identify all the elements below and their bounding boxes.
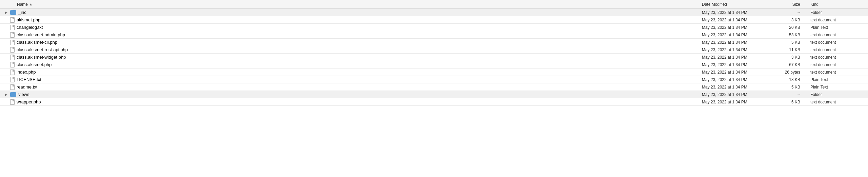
file-name-cell: ▶ views [0,92,702,97]
file-date-cell: May 23, 2022 at 1:34 PM [702,55,776,60]
document-icon [10,84,15,90]
file-date-cell: May 23, 2022 at 1:34 PM [702,40,776,45]
file-name-cell: ▶ akismet.php [0,17,702,23]
list-item[interactable]: ▶ _inc May 23, 2022 at 1:34 PM -- Folder [0,9,868,16]
file-name-label: class.akismet-admin.php [17,32,65,37]
file-date-cell: May 23, 2022 at 1:34 PM [702,100,776,104]
name-header-label: Name [17,2,28,7]
file-name-label: class.akismet-widget.php [17,55,66,60]
document-icon [10,25,15,30]
file-name-cell: ▶ index.php [0,70,702,75]
file-size-cell: 26 bytes [776,70,807,75]
file-name-label: class.akismet-rest-api.php [17,47,68,52]
file-name-cell: ▶ LICENSE.txt [0,77,702,82]
file-kind-cell: Plain Text [807,85,868,90]
file-size-cell: 18 KB [776,77,807,82]
expand-chevron[interactable]: ▶ [4,11,8,15]
file-name-label: changelog.txt [17,25,43,30]
list-item[interactable]: ▶ index.php May 23, 2022 at 1:34 PM 26 b… [0,68,868,76]
list-item[interactable]: ▶ LICENSE.txt May 23, 2022 at 1:34 PM 18… [0,76,868,83]
file-name-cell: ▶ class.akismet-rest-api.php [0,47,702,53]
file-date-cell: May 23, 2022 at 1:34 PM [702,25,776,30]
file-name-cell: ▶ class.akismet.php [0,62,702,67]
expand-chevron[interactable]: ▶ [4,93,8,97]
file-date-cell: May 23, 2022 at 1:34 PM [702,92,776,97]
file-name-label: readme.txt [17,84,37,90]
file-kind-cell: Folder [807,10,868,15]
kind-column-header[interactable]: Kind [807,2,868,7]
file-name-label: akismet.php [17,17,40,22]
document-icon [10,99,15,105]
file-date-cell: May 23, 2022 at 1:34 PM [702,18,776,22]
file-kind-cell: Plain Text [807,25,868,30]
list-item[interactable]: ▶ akismet.php May 23, 2022 at 1:34 PM 3 … [0,16,868,24]
list-item[interactable]: ▶ views May 23, 2022 at 1:34 PM -- Folde… [0,91,868,98]
file-kind-cell: text document [807,70,868,75]
list-item[interactable]: ▶ class.akismet-widget.php May 23, 2022 … [0,54,868,61]
file-name-cell: ▶ class.akismet-admin.php [0,32,702,38]
document-icon [10,70,15,75]
file-name-label: _inc [18,10,26,15]
list-item[interactable]: ▶ class.akismet.php May 23, 2022 at 1:34… [0,61,868,68]
file-size-cell: -- [776,92,807,97]
file-rows-container: ▶ _inc May 23, 2022 at 1:34 PM -- Folder… [0,9,868,106]
file-browser: Name ▲ Date Modified Size Kind ▶ _inc Ma… [0,0,868,106]
file-date-cell: May 23, 2022 at 1:34 PM [702,85,776,90]
file-kind-cell: text document [807,33,868,37]
file-kind-cell: text document [807,100,868,104]
file-name-label: LICENSE.txt [17,77,41,82]
file-name-label: views [18,92,29,97]
file-size-cell: 20 KB [776,25,807,30]
sort-icon: ▲ [29,2,33,6]
file-size-cell: 11 KB [776,47,807,52]
file-name-label: class.akismet.php [17,62,52,67]
file-name-label: index.php [17,70,36,75]
file-size-cell: 5 KB [776,85,807,90]
file-kind-cell: Plain Text [807,77,868,82]
list-item[interactable]: ▶ changelog.txt May 23, 2022 at 1:34 PM … [0,24,868,31]
file-name-cell: ▶ class.akismet-widget.php [0,55,702,60]
list-item[interactable]: ▶ class.akismet-admin.php May 23, 2022 a… [0,31,868,39]
document-icon [10,55,15,60]
file-size-cell: 6 KB [776,100,807,104]
file-size-cell: -- [776,10,807,15]
file-kind-cell: text document [807,47,868,52]
document-icon [10,47,15,53]
file-name-label: class.akismet-cli.php [17,40,57,45]
file-name-cell: ▶ class.akismet-cli.php [0,40,702,45]
document-icon [10,77,15,82]
file-date-cell: May 23, 2022 at 1:34 PM [702,77,776,82]
file-size-cell: 3 KB [776,18,807,22]
file-name-cell: ▶ _inc [0,10,702,15]
file-date-cell: May 23, 2022 at 1:34 PM [702,47,776,52]
file-name-cell: ▶ wrapper.php [0,99,702,105]
list-item[interactable]: ▶ class.akismet-cli.php May 23, 2022 at … [0,39,868,46]
file-name-cell: ▶ changelog.txt [0,25,702,30]
document-icon [10,40,15,45]
list-item[interactable]: ▶ wrapper.php May 23, 2022 at 1:34 PM 6 … [0,98,868,106]
file-size-cell: 5 KB [776,40,807,45]
file-kind-cell: text document [807,40,868,45]
document-icon [10,17,15,23]
file-name-label: wrapper.php [17,99,41,104]
list-item[interactable]: ▶ readme.txt May 23, 2022 at 1:34 PM 5 K… [0,83,868,91]
document-icon [10,32,15,38]
file-size-cell: 67 KB [776,62,807,67]
file-date-cell: May 23, 2022 at 1:34 PM [702,33,776,37]
column-headers[interactable]: Name ▲ Date Modified Size Kind [0,0,868,9]
size-column-header[interactable]: Size [776,2,807,7]
file-name-cell: ▶ readme.txt [0,84,702,90]
folder-icon [10,92,16,97]
file-size-cell: 3 KB [776,55,807,60]
document-icon [10,62,15,67]
list-item[interactable]: ▶ class.akismet-rest-api.php May 23, 202… [0,46,868,54]
name-column-header[interactable]: Name ▲ [0,2,702,7]
date-column-header[interactable]: Date Modified [702,2,776,7]
file-kind-cell: Folder [807,92,868,97]
folder-icon [10,10,16,15]
file-kind-cell: text document [807,62,868,67]
file-date-cell: May 23, 2022 at 1:34 PM [702,62,776,67]
file-date-cell: May 23, 2022 at 1:34 PM [702,70,776,75]
file-date-cell: May 23, 2022 at 1:34 PM [702,10,776,15]
file-size-cell: 53 KB [776,33,807,37]
